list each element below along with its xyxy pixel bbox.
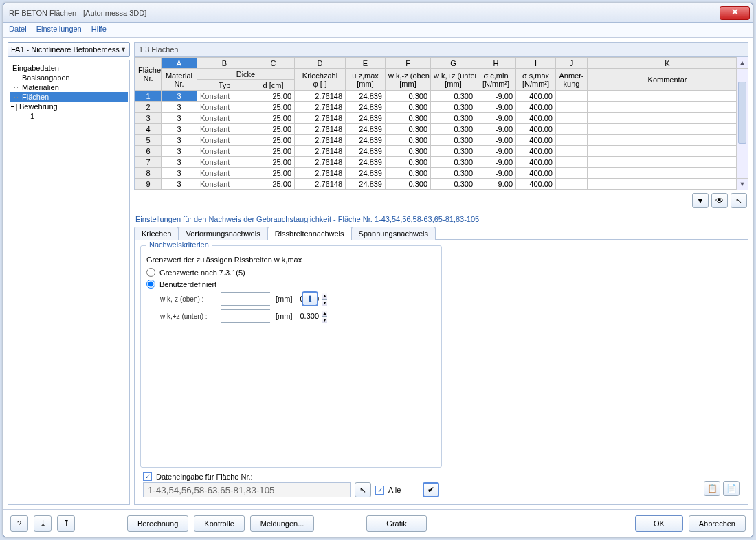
- table-row[interactable]: 83Konstant25.002.7614824.8390.3000.300-9…: [135, 168, 748, 179]
- table-row[interactable]: 63Konstant25.002.7614824.8390.3000.300-9…: [135, 146, 748, 157]
- col-flaeche[interactable]: FlächeNr.: [135, 58, 162, 91]
- cell[interactable]: [556, 168, 588, 179]
- tab-spannung[interactable]: Spannungsnachweis: [351, 227, 436, 240]
- cell[interactable]: 0.300: [386, 124, 431, 135]
- scroll-up-icon[interactable]: ▲: [737, 57, 748, 69]
- cell[interactable]: 0.300: [386, 135, 431, 146]
- cell[interactable]: 0.300: [431, 168, 476, 179]
- copy-button[interactable]: 📋: [704, 481, 720, 496]
- tree-root[interactable]: Eingabedaten: [10, 63, 128, 73]
- cell[interactable]: 400.00: [516, 91, 556, 102]
- cell[interactable]: 5: [135, 135, 162, 146]
- view-button[interactable]: 👁: [711, 193, 728, 208]
- cell[interactable]: 0.300: [386, 91, 431, 102]
- cell[interactable]: 25.00: [252, 102, 295, 113]
- apply-button[interactable]: ✔: [423, 482, 439, 497]
- cell[interactable]: 24.839: [346, 179, 386, 190]
- col-anmerkung[interactable]: Anmer-kung: [556, 69, 588, 91]
- pick-button[interactable]: ↖: [731, 193, 747, 208]
- cell[interactable]: 2.76148: [295, 146, 346, 157]
- table-row[interactable]: 93Konstant25.002.7614824.8390.3000.300-9…: [135, 179, 748, 190]
- wkz-oben-spinners[interactable]: ▲▼: [322, 293, 327, 305]
- scroll-down-icon[interactable]: ▼: [737, 178, 748, 190]
- cell[interactable]: -9.00: [476, 157, 516, 168]
- surfaces-grid[interactable]: FlächeNr. A B C D E F G H I J K: [134, 57, 748, 190]
- wkz-unten-value[interactable]: [221, 310, 322, 322]
- help-button[interactable]: ?: [10, 515, 28, 532]
- cell[interactable]: [588, 113, 748, 124]
- calc-button[interactable]: Berechnung: [127, 515, 188, 532]
- import-button[interactable]: ⤓: [34, 515, 52, 532]
- col-wkz-unten[interactable]: w k,+z (unten)[mm]: [431, 69, 476, 91]
- cell[interactable]: -9.00: [476, 179, 516, 190]
- cell[interactable]: 0.300: [431, 91, 476, 102]
- cell[interactable]: 2: [135, 102, 162, 113]
- cell[interactable]: -9.00: [476, 124, 516, 135]
- wkz-unten-input[interactable]: ▲▼: [221, 309, 270, 323]
- cell[interactable]: Konstant: [197, 179, 252, 190]
- ok-button[interactable]: OK: [635, 515, 683, 532]
- pick-range-button[interactable]: ↖: [355, 482, 371, 497]
- cell[interactable]: Konstant: [197, 135, 252, 146]
- cell[interactable]: 2.76148: [295, 135, 346, 146]
- cell[interactable]: 3: [162, 124, 197, 135]
- cell[interactable]: 0.300: [386, 157, 431, 168]
- cell[interactable]: 0.300: [386, 179, 431, 190]
- wkz-oben-input[interactable]: ▲▼: [221, 292, 270, 306]
- scroll-thumb[interactable]: [738, 82, 746, 144]
- cell[interactable]: 25.00: [252, 146, 295, 157]
- col-sigma-c[interactable]: σ c,min[N/mm²]: [476, 69, 516, 91]
- cell[interactable]: 24.839: [346, 113, 386, 124]
- cell[interactable]: 24.839: [346, 135, 386, 146]
- cell[interactable]: 400.00: [516, 146, 556, 157]
- menu-settings[interactable]: Einstellungen: [36, 25, 82, 35]
- cell[interactable]: Konstant: [197, 91, 252, 102]
- cell[interactable]: 3: [162, 102, 197, 113]
- col-d[interactable]: d [cm]: [252, 80, 295, 91]
- cell[interactable]: 25.00: [252, 135, 295, 146]
- cell[interactable]: 4: [135, 124, 162, 135]
- cell[interactable]: 2.76148: [295, 91, 346, 102]
- cell[interactable]: -9.00: [476, 91, 516, 102]
- case-combo[interactable]: FA1 - Nichtlineare Betonbemess ▼: [8, 42, 130, 57]
- cell[interactable]: Konstant: [197, 113, 252, 124]
- cell[interactable]: Konstant: [197, 157, 252, 168]
- cell[interactable]: Konstant: [197, 124, 252, 135]
- col-letter-g[interactable]: G: [431, 58, 476, 69]
- cell[interactable]: 0.300: [386, 102, 431, 113]
- cell[interactable]: 24.839: [346, 168, 386, 179]
- tree-basisangaben[interactable]: Basisangaben: [10, 73, 128, 82]
- cell[interactable]: 0.300: [431, 157, 476, 168]
- cell[interactable]: [588, 135, 748, 146]
- cell[interactable]: Konstant: [197, 146, 252, 157]
- cell[interactable]: 400.00: [516, 179, 556, 190]
- cell[interactable]: 0.300: [431, 113, 476, 124]
- cell[interactable]: 1: [135, 91, 162, 102]
- wkz-unten-spinners[interactable]: ▲▼: [322, 310, 327, 322]
- cell[interactable]: 400.00: [516, 168, 556, 179]
- col-kommentar[interactable]: Kommentar: [588, 69, 748, 91]
- col-wkz-oben[interactable]: w k,-z (oben)[mm]: [386, 69, 431, 91]
- cell[interactable]: -9.00: [476, 102, 516, 113]
- menu-file[interactable]: Datei: [9, 25, 27, 35]
- col-letter-j[interactable]: J: [556, 58, 588, 69]
- col-letter-a[interactable]: A: [162, 58, 197, 69]
- cell[interactable]: 3: [162, 179, 197, 190]
- cell[interactable]: -9.00: [476, 113, 516, 124]
- cell[interactable]: [556, 146, 588, 157]
- table-row[interactable]: 53Konstant25.002.7614824.8390.3000.300-9…: [135, 135, 748, 146]
- cell[interactable]: 2.76148: [295, 157, 346, 168]
- col-letter-k[interactable]: K: [588, 58, 748, 69]
- col-material[interactable]: MaterialNr.: [162, 69, 197, 91]
- menu-help[interactable]: Hilfe: [91, 25, 107, 35]
- cell[interactable]: [588, 168, 748, 179]
- filter-button[interactable]: ▼: [692, 193, 709, 208]
- cell[interactable]: 9: [135, 179, 162, 190]
- cell[interactable]: 0.300: [431, 124, 476, 135]
- radio-grenzwerte[interactable]: Grenzwerte nach 7.3.1(5): [146, 268, 436, 277]
- cell[interactable]: 0.300: [431, 102, 476, 113]
- tab-verformung[interactable]: Verformungsnachweis: [178, 227, 267, 240]
- cell[interactable]: [556, 124, 588, 135]
- cell[interactable]: 3: [162, 157, 197, 168]
- col-sigma-s[interactable]: σ s,max[N/mm²]: [516, 69, 556, 91]
